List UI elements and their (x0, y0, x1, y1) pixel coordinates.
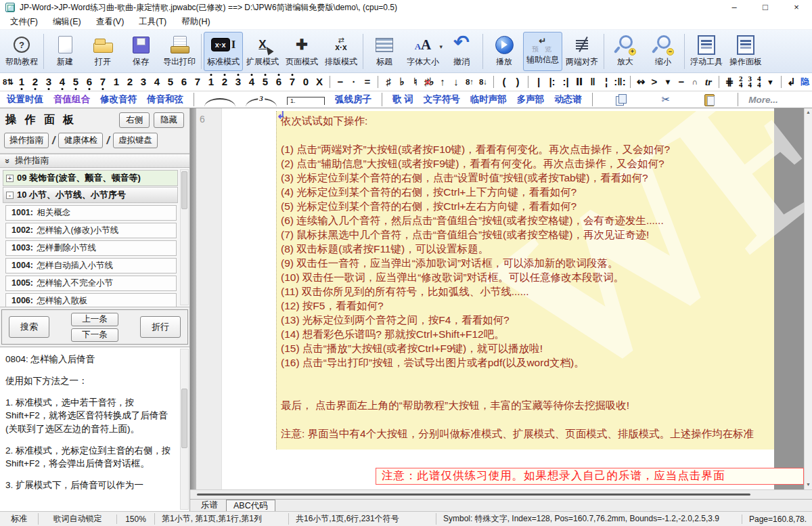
music-symbol-button[interactable]: 4 (245, 73, 258, 91)
symbol-button[interactable]: 倚音和弦 (147, 93, 183, 106)
help-scrollbar[interactable] (180, 349, 189, 510)
panel-tab[interactable]: 虚拟键盘 (113, 133, 158, 148)
symbol-button[interactable]: 文字符号 (424, 93, 460, 106)
music-symbol-button[interactable]: ↭ (634, 73, 648, 91)
music-symbol-button[interactable]: 3 (137, 73, 150, 91)
music-symbol-button[interactable]: 8↑ (463, 73, 476, 91)
tree-item[interactable]: 1005: 怎样输入不完全小节 (5, 276, 177, 291)
vertical-scrollbar[interactable]: ▲ ▼ (804, 108, 812, 489)
music-symbol-button[interactable]: ♯♭✕ (422, 73, 436, 91)
expand-icon[interactable]: + (6, 175, 14, 182)
music-symbol-button[interactable]: ¦ (600, 73, 613, 91)
horizontal-scroll-thumb[interactable] (197, 494, 750, 496)
panel-splitter[interactable] (190, 108, 196, 489)
panel-tab[interactable]: 健康体检 (58, 133, 103, 148)
search-button[interactable]: 搜索 (9, 316, 49, 338)
new-button[interactable]: 新建 (46, 32, 84, 71)
triplet-icon[interactable]: 3 (246, 98, 277, 107)
tree-category[interactable]: -10 小节、小节线、小节序号 (3, 187, 178, 203)
tree-item[interactable]: 1001: 相关概念 (5, 205, 177, 221)
assist-button[interactable]: 预 览辅助信息 (523, 32, 562, 71)
tree-item[interactable]: 1006: 怎样输入散板 (5, 293, 177, 307)
music-symbol-button[interactable]: ♮ (409, 73, 422, 91)
music-symbol-button[interactable]: 1 (204, 73, 218, 91)
close-button[interactable]: × (781, 0, 812, 15)
guide-section-header[interactable]: » 操作指南 (0, 154, 189, 168)
tree-scrollbar[interactable] (180, 169, 189, 305)
menu-item[interactable]: 工具(T) (131, 15, 174, 29)
music-symbol-button[interactable]: 4 (55, 73, 69, 91)
justify-button[interactable]: 两端对齐 (562, 32, 602, 71)
music-symbol-button[interactable]: = (361, 73, 374, 91)
hide-panel-button[interactable]: 隐藏 (154, 112, 184, 128)
tree-scroll-thumb[interactable] (181, 171, 187, 209)
save-button[interactable]: 保存 (122, 32, 160, 71)
play-button[interactable]: 播放 (485, 32, 523, 71)
music-symbol-button[interactable]: 6 (272, 73, 286, 91)
expand-icon[interactable]: - (6, 192, 14, 199)
zoomin-button[interactable]: +放大 (606, 32, 644, 71)
float-button[interactable]: 浮动工具 (687, 32, 726, 71)
open-button[interactable]: 打开 (84, 32, 122, 71)
music-symbol-button[interactable]: 6 (83, 73, 96, 91)
ext-button[interactable]: 扩展模式 (243, 32, 282, 71)
music-symbol-button[interactable]: X (313, 73, 326, 91)
music-symbol-button[interactable]: ▼ (661, 73, 675, 91)
panel-button[interactable]: 操作面板 (726, 32, 765, 71)
pagemode-button[interactable]: 页面模式 (282, 32, 321, 71)
music-symbol-button[interactable]: 2 (218, 73, 231, 91)
menu-item[interactable]: 帮助(H) (174, 15, 217, 29)
music-symbol-button[interactable]: 1 (110, 73, 123, 91)
music-symbol-button[interactable]: ↲ (785, 73, 798, 91)
tree-item[interactable]: 1003: 怎样删除小节线 (5, 240, 177, 256)
panel-tab[interactable]: 操作指南 (4, 133, 49, 148)
music-symbol-button[interactable]: ⋕ (723, 73, 736, 91)
menu-item[interactable]: 编辑(E) (45, 15, 89, 29)
time-signature-button[interactable]: 34 (748, 76, 752, 89)
slur-icon[interactable] (204, 98, 235, 107)
music-symbol-button[interactable]: 5 (258, 73, 272, 91)
music-symbol-button[interactable]: 隐 (798, 73, 812, 91)
music-symbol-button[interactable]: | (532, 73, 545, 91)
tree-item[interactable]: 1002: 怎样输入(修改)小节线 (5, 223, 177, 238)
symbol-button[interactable]: 动态谱 (554, 93, 582, 106)
music-symbol-button[interactable]: ♯ (382, 73, 395, 91)
music-symbol-button[interactable]: ‖ (586, 73, 600, 91)
music-symbol-button[interactable]: 3 (42, 73, 55, 91)
music-symbol-button[interactable]: tr (702, 73, 715, 91)
symbol-button[interactable]: 临时声部 (470, 93, 507, 106)
music-symbol-button[interactable]: 5 (164, 73, 177, 91)
export-button[interactable]: 导出打印 (160, 32, 199, 71)
layout-button[interactable]: 排版模式 (321, 32, 361, 71)
font-button[interactable]: 字体大小▾ (403, 32, 443, 71)
music-symbol-button[interactable]: − (675, 73, 688, 91)
music-symbol-button[interactable]: · (347, 73, 361, 91)
tree-item[interactable]: 1004: 怎样自动插入小节线 (5, 258, 177, 273)
symbol-button[interactable]: More... (748, 95, 778, 105)
music-symbol-button[interactable]: ( (497, 73, 511, 91)
next-item-button[interactable]: 下一条 (71, 328, 118, 342)
music-symbol-button[interactable]: ♭ (395, 73, 409, 91)
scroll-up-icon[interactable]: ▲ (806, 110, 811, 114)
previous-item-button[interactable]: 上一条 (71, 313, 118, 326)
music-symbol-button[interactable]: 0 (299, 73, 313, 91)
music-symbol-button[interactable]: ▾ (764, 73, 777, 91)
tree-category[interactable]: +09 装饰音(波音、颤音、顿音等) (3, 170, 178, 186)
undo-button[interactable]: 撤消 (443, 32, 480, 71)
wrap-lines-button[interactable]: 折行 (140, 316, 181, 338)
menu-item[interactable]: 查看(V) (89, 15, 132, 29)
view-tab[interactable]: ABC代码 (226, 500, 275, 511)
music-symbol-button[interactable]: 8⇅ (1, 73, 15, 91)
music-symbol-button[interactable]: 5 (69, 73, 83, 91)
music-symbol-button[interactable]: 7 (191, 73, 204, 91)
music-symbol-button[interactable]: :‖: (613, 73, 627, 91)
symbol-button[interactable]: 弧线房子 (335, 93, 371, 106)
music-symbol-button[interactable]: ↑ (436, 73, 449, 91)
music-symbol-button[interactable]: 2 (28, 73, 42, 91)
music-symbol-button[interactable]: 8↓ (476, 73, 490, 91)
time-signature-button[interactable]: 44 (757, 76, 761, 89)
music-symbol-button[interactable]: ∩ (688, 73, 702, 91)
copy-icon[interactable] (615, 93, 627, 106)
menu-item[interactable]: 文件(F) (3, 15, 45, 29)
music-symbol-button[interactable]: 4 (150, 73, 164, 91)
